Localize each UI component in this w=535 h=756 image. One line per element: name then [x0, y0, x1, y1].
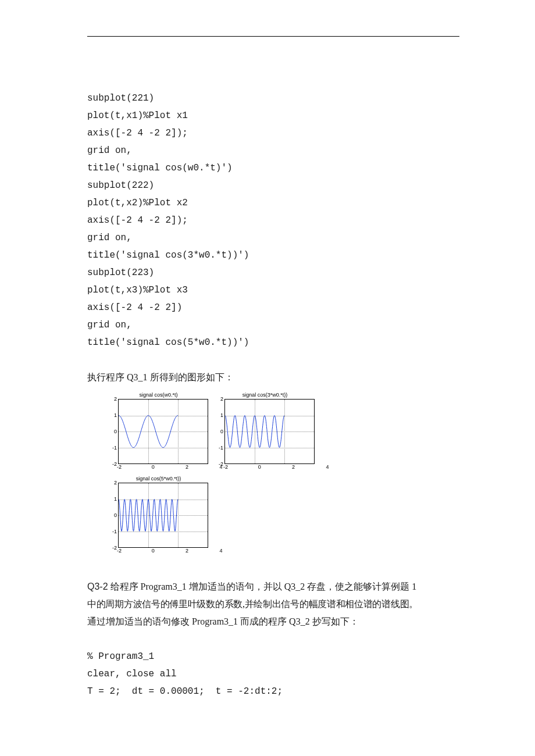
chart-yticks: 2 1 0 -1 -2 [109, 399, 117, 464]
code-line: grid on, [87, 233, 132, 243]
q32-paragraph: Q3-2 给程序 Program3_1 增加适当的语句，并以 Q3_2 存盘，使… [87, 578, 459, 595]
chart-plot-area [118, 483, 208, 548]
chart-title: signal cos(5*w0.*t)) [108, 476, 209, 482]
code-line: subplot(223) [87, 268, 154, 278]
code-line: title('signal cos(3*w0.*t))') [87, 250, 249, 261]
chart-line [225, 416, 284, 448]
chart-3: signal cos(5*w0.*t)) 2 1 0 -1 -2 [108, 476, 209, 555]
code-line: clear, close all [87, 669, 177, 679]
charts-row-1: signal cos(w0.*t) 2 1 0 -1 -2 [108, 392, 459, 471]
figure-caption: 执行程序 Q3_1 所得到的图形如下： [87, 369, 459, 386]
code-line: axis([-2 4 -2 2]) [87, 302, 182, 313]
code-line: title('signal cos(5*w0.*t))') [87, 337, 249, 348]
q32-label: Q3-2 [87, 582, 108, 591]
chart-plot-area [118, 399, 208, 464]
q32-text-1b: 中的周期方波信号的傅里叶级数的系数,并绘制出信号的幅度谱和相位谱的谱线图。 [87, 595, 459, 613]
code-line: subplot(221) [87, 93, 154, 104]
q32-text-2: 通过增加适当的语句修改 Program3_1 而成的程序 Q3_2 抄写如下： [87, 613, 459, 630]
chart-1: signal cos(w0.*t) 2 1 0 -1 -2 [108, 392, 209, 471]
code-line: plot(t,x1)%Plot x1 [87, 110, 188, 121]
chart-plot-area [224, 399, 315, 464]
chart-xticks: -2 0 2 4 [119, 464, 221, 471]
code-line: plot(t,x3)%Plot x3 [87, 285, 188, 295]
charts-row-2: signal cos(5*w0.*t)) 2 1 0 -1 -2 [108, 476, 459, 555]
chart-yticks: 2 1 0 -1 -2 [109, 483, 117, 548]
chart-xticks: -2 0 2 4 [119, 548, 221, 555]
code-line: axis([-2 4 -2 2]); [87, 128, 188, 138]
code-line: T = 2; dt = 0.00001; t = -2:dt:2; [87, 686, 283, 697]
code-line: axis([-2 4 -2 2]); [87, 215, 188, 226]
header-rule [87, 36, 459, 37]
chart-line [119, 500, 178, 532]
code-line: grid on, [87, 320, 132, 330]
chart-yticks: 2 1 0 -1 -2 [215, 399, 223, 464]
page-content: subplot(221) plot(t,x1)%Plot x1 axis([-2… [87, 36, 459, 700]
chart-xticks: -2 0 2 4 [226, 464, 327, 471]
q32-text-1a: 给程序 Program3_1 增加适当的语句，并以 Q3_2 存盘，使之能够计算… [110, 582, 417, 591]
chart-title: signal cos(3*w0.*t)) [214, 392, 316, 398]
code-line: grid on, [87, 145, 132, 156]
code-block-1: subplot(221) plot(t,x1)%Plot x1 axis([-2… [87, 72, 459, 351]
chart-line [119, 416, 178, 448]
code-line: subplot(222) [87, 180, 154, 191]
code-line: % Program3_1 [87, 651, 154, 662]
chart-title: signal cos(w0.*t) [108, 392, 209, 398]
code-block-2: % Program3_1 clear, close all T = 2; dt … [87, 630, 459, 700]
code-line: title('signal cos(w0.*t)') [87, 163, 233, 173]
code-line: plot(t,x2)%Plot x2 [87, 198, 188, 208]
chart-2: signal cos(3*w0.*t)) 2 1 0 -1 -2 [214, 392, 316, 471]
